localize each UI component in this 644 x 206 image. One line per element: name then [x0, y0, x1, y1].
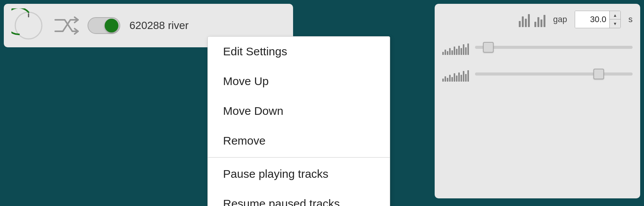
context-menu: Edit Settings Move Up Move Down Remove P…: [207, 36, 390, 206]
bar: [534, 22, 536, 27]
slider-bar: [445, 76, 446, 82]
menu-item-resume-paused[interactable]: Resume paused tracks: [208, 189, 390, 206]
menu-item-move-down[interactable]: Move Down: [208, 96, 390, 126]
gap-spinner: ▲ ▼: [609, 11, 620, 28]
menu-item-edit-settings[interactable]: Edit Settings: [208, 37, 390, 66]
slider-bar: [445, 50, 446, 55]
bar: [544, 15, 545, 27]
slider-bar: [465, 74, 467, 82]
gap-label: gap: [553, 14, 567, 24]
gap-row: gap ▲ ▼ s: [442, 11, 633, 28]
slider-bar: [458, 72, 460, 82]
slider-bar: [467, 70, 469, 82]
slider-bar: [442, 79, 444, 82]
gap-unit: s: [628, 14, 633, 24]
right-panel: gap ▲ ▼ s: [435, 4, 640, 198]
slider-thumb-2[interactable]: [593, 69, 604, 79]
slider-bar: [442, 52, 444, 55]
slider-bar: [447, 78, 448, 82]
menu-item-pause-playing[interactable]: Pause playing tracks: [208, 159, 390, 189]
menu-item-move-up[interactable]: Move Up: [208, 66, 390, 96]
gap-decrement-button[interactable]: ▼: [610, 19, 620, 28]
toggle-background: [88, 17, 120, 34]
gap-increment-button[interactable]: ▲: [610, 11, 620, 19]
slider-thumb-1[interactable]: [483, 42, 494, 53]
slider-bars-1: [442, 40, 469, 55]
bars-icon-1: [519, 12, 530, 27]
slider-bar: [454, 73, 455, 82]
slider-row-1: [442, 40, 633, 55]
gap-input-wrapper: ▲ ▼: [575, 11, 621, 28]
bar: [537, 17, 539, 27]
slider-track-2[interactable]: [475, 72, 633, 76]
gap-input[interactable]: [575, 11, 609, 28]
slider-row-2: [442, 66, 633, 82]
slider-bar: [463, 44, 464, 55]
slider-track-1[interactable]: [475, 46, 633, 49]
bars-icon-2: [534, 12, 545, 27]
slider-bar: [456, 49, 457, 55]
slider-bar: [467, 43, 469, 55]
shuffle-icon[interactable]: [53, 14, 80, 37]
bar: [528, 14, 530, 27]
slider-bar: [461, 48, 462, 55]
slider-bar: [449, 75, 451, 82]
slider-bar: [461, 75, 462, 82]
toggle-switch[interactable]: [88, 16, 122, 35]
slider-bar: [465, 47, 467, 55]
slider-bar: [458, 46, 460, 55]
bar: [522, 16, 524, 27]
slider-bar: [463, 71, 464, 82]
bar: [519, 21, 521, 27]
bar: [540, 19, 542, 27]
knob-container[interactable]: [11, 8, 46, 43]
volume-knob[interactable]: [11, 8, 46, 43]
slider-bars-2: [442, 66, 469, 82]
menu-item-remove[interactable]: Remove: [208, 126, 390, 156]
slider-bar: [451, 50, 453, 55]
slider-bar: [447, 51, 448, 55]
toggle-thumb: [105, 19, 118, 32]
menu-divider: [208, 157, 390, 158]
track-name: 620288 river: [129, 19, 189, 32]
slider-bar: [456, 76, 457, 82]
bar: [525, 19, 527, 27]
slider-bar: [454, 47, 455, 55]
slider-bar: [451, 77, 453, 82]
slider-bar: [449, 48, 451, 55]
